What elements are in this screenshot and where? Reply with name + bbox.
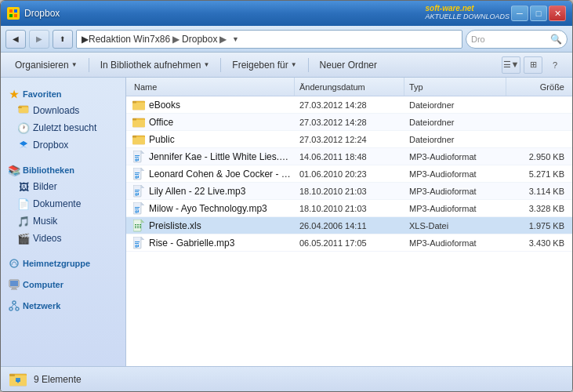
sidebar-item-dropbox[interactable]: Dropbox <box>1 136 125 154</box>
table-row[interactable]: Rise - Gabrielle.mp3 06.05.2011 17:05 MP… <box>126 234 572 252</box>
svg-marker-69 <box>141 237 144 240</box>
file-date: 18.10.2010 21:03 <box>295 187 404 196</box>
svg-rect-52 <box>135 209 139 209</box>
svg-rect-71 <box>135 243 139 244</box>
svg-rect-47 <box>138 193 139 195</box>
file-date: 06.05.2011 17:05 <box>295 238 404 248</box>
share-button[interactable]: Freigeben für ▼ <box>226 56 303 74</box>
breadcrumb-root: ▶ <box>82 34 89 45</box>
svg-point-72 <box>135 245 138 248</box>
folder-file-icon <box>132 116 145 129</box>
file-type: MP3-Audioformat <box>404 152 506 162</box>
organize-button[interactable]: Organisieren ▼ <box>9 56 84 74</box>
table-row[interactable]: Jennifer Kae - Little White Lies.mp3 14.… <box>126 148 572 165</box>
svg-rect-19 <box>132 103 145 110</box>
file-list-header: Name Änderungsdatum Typ Größe <box>126 78 572 96</box>
file-date: 27.03.2012 12:24 <box>295 135 404 144</box>
up-button[interactable]: ⬆ <box>53 30 73 49</box>
sidebar-item-bilder[interactable]: 🖼 Bilder <box>1 178 125 195</box>
col-header-date[interactable]: Änderungsdatum <box>295 78 404 96</box>
sidebar-section-netzwerk[interactable]: Netzwerk <box>1 296 125 314</box>
organize-dropdown-icon: ▼ <box>71 61 78 68</box>
svg-rect-3 <box>9 14 13 17</box>
maximize-button[interactable]: □ <box>530 5 547 21</box>
folder-file-icon <box>132 133 145 146</box>
file-size: 3.114 KB <box>506 187 569 196</box>
sidebar-section-bibliotheken[interactable]: 📚 Bibliotheken <box>1 160 125 178</box>
sidebar-section-computer[interactable]: Computer <box>1 274 125 292</box>
new-folder-button[interactable]: Neuer Ordner <box>314 56 383 74</box>
add-to-library-button[interactable]: In Bibliothek aufnehmen ▼ <box>94 56 216 74</box>
forward-button[interactable]: ▶ <box>29 30 49 49</box>
view-preview-button[interactable]: ⊞ <box>524 56 542 74</box>
file-type: MP3-Audioformat <box>404 238 506 248</box>
svg-rect-55 <box>133 220 141 231</box>
file-name-cell: Office <box>129 116 295 129</box>
title-bar: Dropbox soft-ware.net AKTUELLE DOWNLOADS… <box>1 1 572 26</box>
file-name-cell: Leonard Cohen & Joe Cocker - First We T.… <box>129 168 295 180</box>
file-type: Dateiordner <box>404 118 506 127</box>
sidebar-section-favoriten[interactable]: ★ Favoriten <box>1 84 125 102</box>
col-header-type[interactable]: Typ <box>404 78 506 96</box>
table-row[interactable]: Preisliste.xls 26.04.2006 14:11 XLS-Date… <box>126 217 572 234</box>
svg-rect-12 <box>11 289 17 290</box>
table-row[interactable]: Office 27.03.2012 14:28 Dateiordner <box>126 114 572 131</box>
svg-marker-36 <box>141 168 144 171</box>
svg-rect-22 <box>132 120 145 127</box>
table-row[interactable]: Lily Allen - 22 Live.mp3 18.10.2010 21:0… <box>126 183 572 200</box>
file-name-cell: Preisliste.xls <box>129 220 295 232</box>
breadcrumb-level2[interactable]: Dropbox <box>182 34 217 45</box>
netzwerk-icon <box>9 300 20 311</box>
toolbar-right: ☰▼ ⊞ ? <box>502 56 564 74</box>
sidebar-section-heimnetz[interactable]: Heimnetzgruppe <box>1 253 125 271</box>
svg-rect-58 <box>135 224 136 225</box>
col-header-size[interactable]: Größe <box>506 78 569 96</box>
table-row[interactable]: Public 27.03.2012 12:24 Dateiordner <box>126 131 572 148</box>
table-row[interactable]: Leonard Cohen & Joe Cocker - First We T.… <box>126 165 572 183</box>
help-button[interactable]: ? <box>546 56 564 74</box>
file-name: Leonard Cohen & Joe Cocker - First We T.… <box>149 169 292 180</box>
svg-rect-45 <box>135 191 139 192</box>
svg-rect-4 <box>14 14 17 17</box>
search-box[interactable]: Dro 🔍 <box>466 30 568 49</box>
sidebar-item-videos[interactable]: 🎬 Videos <box>1 230 125 247</box>
breadcrumb-dropdown-button[interactable]: ▼ <box>229 31 241 47</box>
recent-icon: 🕐 <box>18 122 29 133</box>
sidebar-item-dokumente[interactable]: 📄 Dokumente <box>1 195 125 212</box>
mp3-file-icon <box>132 202 145 215</box>
svg-rect-70 <box>135 241 140 242</box>
svg-point-14 <box>9 307 13 310</box>
music-icon: 🎵 <box>18 216 29 227</box>
address-bar: ◀ ▶ ⬆ ▶ Redaktion Win7x86 ▶ Dropbox ▶ ▼ … <box>1 26 572 53</box>
svg-rect-11 <box>12 288 16 289</box>
toolbar-separator-2 <box>220 58 221 72</box>
table-row[interactable]: eBooks 27.03.2012 14:28 Dateiordner <box>126 96 572 114</box>
svg-rect-73 <box>138 245 139 247</box>
address-path[interactable]: ▶ Redaktion Win7x86 ▶ Dropbox ▶ ▼ <box>76 30 462 49</box>
file-name: Milow - Ayo Technology.mp3 <box>149 203 267 214</box>
breadcrumb-level1[interactable]: Redaktion Win7x86 <box>89 34 170 45</box>
mp3-file-icon <box>132 237 145 249</box>
status-text: 9 Elemente <box>34 374 82 385</box>
mp3-file-icon <box>132 151 145 163</box>
share-dropdown-icon: ▼ <box>291 61 297 68</box>
table-row[interactable]: Milow - Ayo Technology.mp3 18.10.2010 21… <box>126 200 572 217</box>
file-name-cell: Jennifer Kae - Little White Lies.mp3 <box>129 151 295 163</box>
file-name: Office <box>149 117 173 128</box>
sidebar-item-downloads[interactable]: Downloads <box>1 102 125 119</box>
window-logo <box>7 7 20 20</box>
minimize-button[interactable]: ─ <box>511 5 528 21</box>
sidebar-item-musik[interactable]: 🎵 Musik <box>1 212 125 230</box>
close-button[interactable]: ✕ <box>549 5 566 21</box>
file-name: Rise - Gabrielle.mp3 <box>149 238 234 249</box>
file-size: 2.950 KB <box>506 152 569 162</box>
file-date: 01.06.2010 20:23 <box>295 169 404 179</box>
search-icon[interactable]: 🔍 <box>550 34 562 45</box>
svg-rect-61 <box>135 226 136 227</box>
sidebar-item-recent[interactable]: 🕐 Zuletzt besucht <box>1 119 125 136</box>
view-details-button[interactable]: ☰▼ <box>502 56 520 74</box>
col-header-name[interactable]: Name <box>129 78 295 96</box>
file-name-cell: Public <box>129 133 295 146</box>
back-button[interactable]: ◀ <box>5 30 26 49</box>
svg-rect-65 <box>137 227 139 228</box>
